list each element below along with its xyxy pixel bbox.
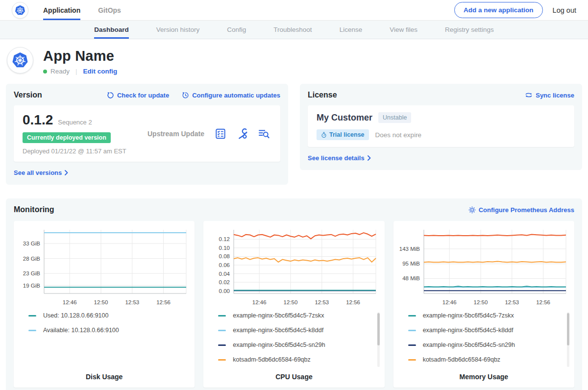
legend-item: Used: 10.128.0.66:9100 [28, 312, 190, 319]
wrench-gear-icon[interactable] [236, 128, 248, 140]
svg-text:0.00: 0.00 [219, 288, 230, 294]
disk-usage-chart: 33 GiB28 GiB23 GiB19 GiB12:4612:5012:531… [14, 224, 193, 308]
legend-label: kotsadm-5db6dc6584-69qbz [233, 356, 310, 363]
legend-scrollbar-thumb[interactable] [567, 313, 569, 345]
legend-swatch [408, 315, 416, 317]
svg-text:0.12: 0.12 [219, 236, 230, 242]
current-version-card: 0.1.2 Sequence 2 Currently deployed vers… [14, 105, 280, 162]
brand [12, 0, 28, 20]
monitoring-panel: Monitoring Configure Prometheus Address … [6, 198, 582, 390]
legend-swatch [408, 330, 416, 331]
legend-scrollbar-thumb[interactable] [377, 313, 380, 345]
svg-text:12:46: 12:46 [442, 299, 456, 305]
legend-item: example-nginx-5bc6f5d4c5-k8ddf [408, 327, 569, 334]
add-application-button[interactable]: Add a new application [454, 2, 543, 18]
memory-usage-chart-card: 143 MiB95 MiB48 MiB12:4612:5012:5312:56 … [393, 221, 574, 388]
check-for-update-link[interactable]: Check for update [107, 92, 169, 99]
sync-license-label: Sync license [536, 92, 574, 99]
configure-auto-updates-label: Configure automatic updates [192, 92, 280, 99]
version-number: 0.1.2 [23, 112, 53, 128]
stopwatch-icon [321, 132, 327, 138]
svg-text:95 MiB: 95 MiB [402, 261, 420, 267]
configure-prometheus-link[interactable]: Configure Prometheus Address [468, 206, 574, 214]
ready-status-dot [43, 70, 47, 73]
legend-item: example-nginx-5bc6f5d4c5-7zskx [408, 312, 569, 319]
tab-troubleshoot[interactable]: Troubleshoot [273, 21, 312, 39]
app-header: App Name Ready | Edit config [0, 39, 588, 75]
legend-swatch [28, 315, 36, 317]
top-nav-tabs: Application GitOps [43, 0, 121, 20]
license-type-label: Trial license [329, 131, 365, 138]
svg-text:0.06: 0.06 [219, 262, 230, 268]
memory-usage-chart: 143 MiB95 MiB48 MiB12:4612:5012:5312:56 [393, 224, 573, 308]
chevron-right-icon [368, 155, 371, 161]
logs-magnifier-icon[interactable] [258, 128, 270, 140]
legend-label: example-nginx-5bc6f5d4c5-7zskx [233, 312, 324, 319]
top-tab-gitops[interactable]: GitOps [98, 0, 121, 20]
see-all-versions-link[interactable]: See all versions [14, 169, 68, 176]
top-tab-application[interactable]: Application [43, 0, 80, 20]
logout-button[interactable]: Log out [553, 6, 576, 14]
svg-text:12:46: 12:46 [63, 299, 77, 305]
svg-text:28 GiB: 28 GiB [23, 256, 40, 262]
svg-text:12:50: 12:50 [284, 299, 298, 305]
svg-text:12:53: 12:53 [505, 299, 519, 305]
legend-item: example-nginx-5bc6f5d4c5-7zskx [218, 312, 379, 319]
sync-arrows-icon [525, 92, 533, 98]
see-all-versions-label: See all versions [14, 169, 62, 176]
configure-auto-updates-link[interactable]: Configure automatic updates [182, 92, 280, 99]
svg-text:12:53: 12:53 [125, 299, 139, 305]
tab-config[interactable]: Config [227, 21, 246, 39]
license-details-card: My Customer Unstable Trial license Does … [308, 105, 574, 147]
version-card: Version Check for update Configure au [6, 84, 288, 185]
legend-label: Available: 10.128.0.66:9100 [43, 327, 119, 334]
svg-text:0.08: 0.08 [219, 253, 230, 259]
preflight-checklist-icon[interactable] [215, 128, 226, 140]
svg-text:12:46: 12:46 [252, 299, 267, 305]
legend-scrollbar [567, 312, 569, 367]
kubernetes-app-icon [12, 52, 28, 69]
sequence-label: Sequence 2 [58, 119, 92, 126]
legend-item: example-nginx-5bc6f5d4c5-k8ddf [218, 327, 379, 334]
license-card: License Sync license My Customer Unstabl… [300, 84, 582, 170]
legend-swatch [218, 344, 226, 346]
svg-text:48 MiB: 48 MiB [402, 275, 420, 281]
svg-text:12:56: 12:56 [156, 299, 171, 305]
svg-text:0.04: 0.04 [219, 271, 230, 277]
license-card-title: License [308, 91, 337, 99]
top-nav: Application GitOps Add a new application… [0, 0, 588, 21]
kubernetes-logo-icon [15, 5, 25, 16]
legend-scrollbar [377, 312, 380, 367]
tab-registry-settings[interactable]: Registry settings [445, 21, 494, 39]
svg-text:33 GiB: 33 GiB [23, 241, 40, 246]
sync-license-link[interactable]: Sync license [525, 92, 574, 99]
tab-license[interactable]: License [340, 21, 363, 39]
legend-swatch [218, 315, 226, 317]
legend-label: kotsadm-5db6dc6584-69qbz [423, 356, 500, 363]
tab-dashboard[interactable]: Dashboard [94, 21, 129, 39]
svg-text:0.02: 0.02 [219, 279, 230, 285]
legend-swatch [218, 359, 226, 361]
legend-item: example-nginx-5bc6f5d4c5-sn29h [218, 341, 379, 348]
configure-prometheus-label: Configure Prometheus Address [479, 206, 574, 214]
check-for-update-label: Check for update [117, 92, 169, 99]
gear-icon [468, 206, 476, 214]
version-card-title: Version [14, 91, 42, 99]
monitoring-title: Monitoring [14, 205, 54, 214]
deployed-badge: Currently deployed version [23, 132, 111, 143]
legend-label: example-nginx-5bc6f5d4c5-sn29h [423, 341, 515, 348]
cpu-usage-chart-card: 0.120.100.080.060.040.020.0012:4612:5012… [203, 221, 384, 388]
app-logo [7, 47, 33, 73]
see-license-details-label: See license details [308, 154, 365, 162]
license-type-badge: Trial license [317, 129, 369, 140]
legend-label: example-nginx-5bc6f5d4c5-7zskx [423, 312, 514, 319]
tab-view-files[interactable]: View files [390, 21, 417, 39]
see-license-details-link[interactable]: See license details [308, 154, 371, 162]
legend-item: kotsadm-5db6dc6584-69qbz [218, 356, 379, 363]
svg-text:0.10: 0.10 [219, 245, 230, 251]
tab-version-history[interactable]: Version history [156, 21, 200, 39]
edit-config-link[interactable]: Edit config [83, 68, 118, 75]
divider: | [75, 68, 77, 75]
legend-swatch [408, 359, 416, 361]
memory-usage-legend: example-nginx-5bc6f5d4c5-7zskx example-n… [408, 312, 569, 370]
